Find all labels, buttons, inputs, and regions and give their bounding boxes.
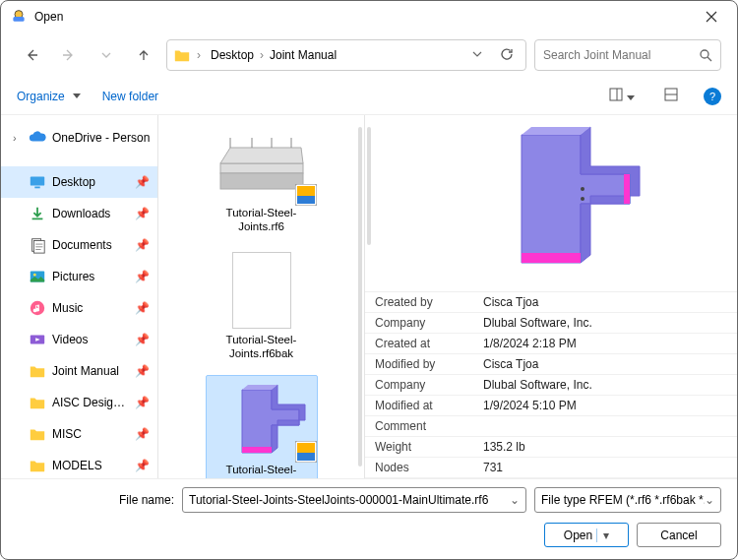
file-item[interactable]: Tutorial-Steel-Joints.rf6 — [206, 119, 318, 238]
rfem-badge-icon — [295, 441, 317, 463]
thumb-model-purple — [213, 380, 311, 459]
pictures-icon — [29, 268, 46, 285]
recent-locations-button[interactable] — [92, 40, 121, 70]
open-button[interactable]: Open ▾ — [544, 523, 629, 547]
meta-key: Modified at — [375, 399, 483, 412]
pin-icon: 📌 — [135, 396, 150, 409]
view-options-button[interactable] — [605, 86, 639, 106]
folder-icon — [29, 362, 46, 380]
tree-item-downloads[interactable]: Downloads📌 — [1, 198, 157, 229]
filename-input-wrap[interactable]: ⌄ — [182, 487, 526, 513]
file-type-filter[interactable]: File type RFEM (*.rf6 *.rf6bak *.r ⌄ — [534, 487, 721, 513]
file-item[interactable]: Tutorial-Steel-Joints-SteelJoints-000001… — [206, 375, 318, 479]
tree-item-music[interactable]: Music📌 — [1, 292, 157, 324]
refresh-button[interactable] — [494, 45, 520, 66]
tree-item-onedrive[interactable]: › OneDrive - Person — [1, 121, 157, 155]
pin-icon: 📌 — [135, 459, 150, 472]
tree-label: Joint Manual — [52, 364, 129, 378]
meta-value: Cisca Tjoa — [483, 357, 727, 371]
meta-row: Modified at1/9/2024 5:10 PM — [365, 396, 737, 416]
new-folder-button[interactable]: New folder — [102, 90, 158, 103]
breadcrumb-desktop[interactable]: Desktop — [207, 46, 258, 64]
preview-toggle[interactable] — [660, 86, 682, 106]
meta-key: Nodes — [375, 461, 483, 474]
meta-value — [483, 419, 727, 433]
file-name-label: Tutorial-Steel-Joints-SteelJoints-000001… — [211, 463, 313, 479]
meta-key: Comment — [375, 419, 483, 433]
back-button[interactable] — [17, 40, 46, 70]
pin-icon: 📌 — [135, 333, 150, 346]
tree-item-videos[interactable]: Videos📌 — [1, 324, 157, 355]
arrow-left-icon — [25, 48, 38, 62]
downloads-icon — [29, 205, 46, 222]
svg-rect-18 — [297, 196, 315, 204]
open-split-icon[interactable]: ▾ — [596, 529, 609, 542]
svg-point-10 — [33, 274, 36, 277]
refresh-icon — [500, 47, 514, 61]
close-icon — [706, 11, 717, 23]
tree-label: Pictures — [52, 270, 129, 283]
chevron-down-icon — [472, 49, 482, 59]
tree-item-joint-manual[interactable]: Joint Manual📌 — [1, 355, 157, 387]
chevron-right-icon: › — [197, 48, 201, 62]
organize-button[interactable]: Organize — [17, 90, 81, 103]
desktop-icon — [29, 173, 46, 191]
toolbar: Organize New folder ? — [1, 78, 737, 115]
tree-item-documents[interactable]: Documents📌 — [1, 229, 157, 261]
metadata-panel: Created byCisca TjoaCompanyDlubal Softwa… — [365, 291, 737, 478]
tree-item-models[interactable]: MODELS📌 — [1, 450, 157, 478]
meta-value: 731 — [483, 461, 727, 474]
chevron-down-icon[interactable]: ⌄ — [510, 493, 520, 507]
cancel-button[interactable]: Cancel — [637, 523, 721, 547]
tree-item-aisc-design-guid[interactable]: AISC Design Guid📌 — [1, 387, 157, 418]
file-list: Tutorial-Steel-Joints.rf6Tutorial-Steel-… — [158, 115, 365, 478]
svg-rect-24 — [297, 443, 315, 453]
breadcrumb-jointmanual[interactable]: Joint Manual — [266, 46, 340, 64]
up-button[interactable] — [129, 40, 158, 70]
tree-item-desktop[interactable]: Desktop📌 — [1, 166, 157, 198]
svg-marker-21 — [242, 385, 277, 390]
chevron-right-icon: › — [260, 48, 264, 62]
preview-pane-icon — [664, 88, 678, 101]
navbar: › Desktop › Joint Manual — [1, 32, 737, 78]
meta-value: Dlubal Software, Inc. — [483, 316, 727, 330]
filename-input[interactable] — [189, 493, 510, 507]
svg-rect-3 — [610, 89, 622, 100]
tree-item-pictures[interactable]: Pictures📌 — [1, 261, 157, 292]
address-bar[interactable]: › Desktop › Joint Manual — [166, 39, 526, 71]
pin-icon: 📌 — [135, 175, 150, 189]
pin-icon: 📌 — [135, 364, 150, 378]
preview-pane: Created byCisca TjoaCompanyDlubal Softwa… — [365, 115, 737, 478]
nav-tree: › OneDrive - Person Desktop📌Downloads📌Do… — [1, 115, 158, 478]
meta-value: 1/8/2024 2:18 PM — [483, 337, 727, 350]
svg-point-2 — [701, 50, 708, 58]
titlebar: Open — [1, 1, 737, 32]
filename-label: File name: — [17, 493, 174, 507]
meta-row: Nodes731 — [365, 458, 737, 478]
help-button[interactable]: ? — [704, 88, 721, 105]
model-preview-icon — [453, 115, 649, 292]
close-button[interactable] — [696, 1, 727, 32]
meta-row: CompanyDlubal Software, Inc. — [365, 313, 737, 334]
search-input[interactable] — [543, 48, 699, 62]
cancel-button-label: Cancel — [660, 529, 697, 542]
meta-row: CompanyDlubal Software, Inc. — [365, 375, 737, 396]
chevron-down-icon: ⌄ — [705, 493, 714, 507]
addr-dropdown[interactable] — [466, 46, 488, 64]
file-item[interactable]: Tutorial-Steel-Joints.rf6bak — [206, 248, 318, 365]
svg-rect-14 — [220, 163, 303, 173]
search-icon — [699, 48, 712, 62]
svg-rect-5 — [31, 177, 44, 186]
tree-item-misc[interactable]: MISC📌 — [1, 418, 157, 450]
folder-icon — [29, 457, 46, 474]
folder-icon — [29, 425, 46, 443]
meta-value: Dlubal Software, Inc. — [483, 378, 727, 392]
svg-rect-30 — [624, 174, 630, 204]
footer: File name: ⌄ File type RFEM (*.rf6 *.rf6… — [1, 478, 737, 559]
forward-button[interactable] — [54, 40, 84, 70]
svg-rect-15 — [220, 173, 303, 189]
search-box[interactable] — [534, 39, 721, 71]
meta-row: Created byCisca Tjoa — [365, 292, 737, 313]
svg-rect-22 — [242, 447, 272, 453]
meta-row: Comment — [365, 416, 737, 437]
